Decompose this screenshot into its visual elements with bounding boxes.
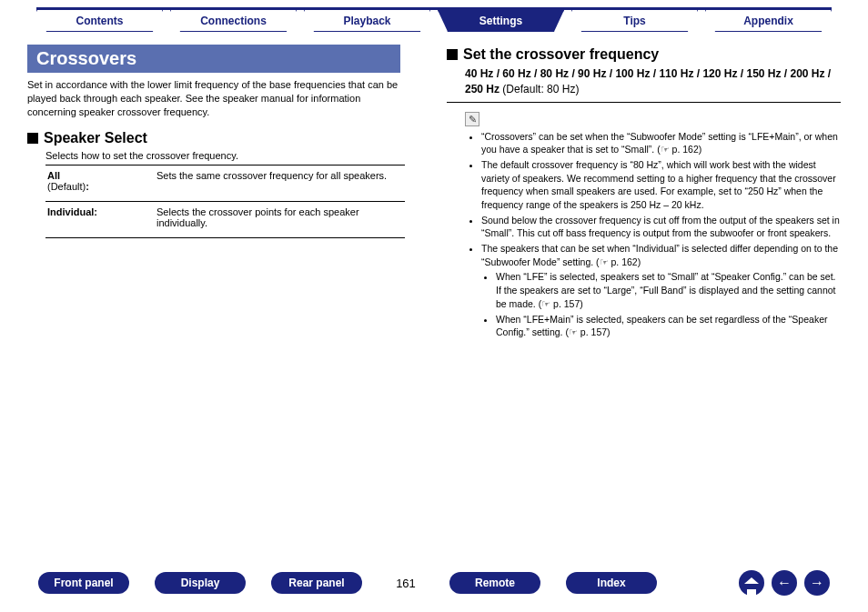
bullet-square-icon [447,49,458,60]
next-page-icon[interactable]: → [804,570,830,596]
row-val: Selects the crossover points for each sp… [155,201,405,237]
section-sub: Selects how to set the crossover frequen… [27,148,421,165]
footer-display[interactable]: Display [155,572,246,594]
section-speaker-select: Speaker Select [27,130,421,146]
note-item: Sound below the crossover frequency is c… [481,214,841,240]
footer-index[interactable]: Index [566,572,657,594]
row-val: Sets the same crossover frequency for al… [155,165,405,201]
tab-tips[interactable]: Tips [571,10,698,32]
row-key-strong: All [47,170,60,181]
table-row: Individual: Selects the crossover points… [45,201,405,237]
content-columns: Crossovers Set in accordance with the lo… [27,37,841,343]
section-heading: Speaker Select [44,130,147,146]
left-column: Crossovers Set in accordance with the lo… [27,45,421,343]
wrench-icon: ✎ [465,112,479,126]
row-key-suffix: : [86,181,89,192]
subnote-item: When “LFE+Main” is selected, speakers ca… [496,313,841,339]
freq-default: (Default: 80 Hz) [500,83,579,95]
note-item: “Crossovers” can be set when the “Subwoo… [481,130,841,156]
tab-settings[interactable]: Settings [438,10,564,32]
tab-appendix[interactable]: Appendix [705,10,832,32]
note-item-text: The speakers that can be set when “Indiv… [481,243,838,267]
section-crossover-freq: Set the crossover frequency [447,46,841,63]
tab-playback[interactable]: Playback [304,10,430,32]
intro-text: Set in accordance with the lower limit f… [27,76,400,128]
subnote-item: When “LFE” is selected, speakers set to … [496,270,841,310]
nav-icon-group: ← → [739,570,830,596]
tab-connections[interactable]: Connections [170,10,297,32]
row-key-strong: Individual: [47,206,97,217]
notes-list: “Crossovers” can be set when the “Subwoo… [447,130,841,339]
page-number: 161 [388,577,424,590]
note-item: The speakers that can be set when “Indiv… [481,242,841,339]
page-title: Crossovers [27,45,400,73]
top-nav: Contents Connections Playback Settings T… [36,7,832,32]
tab-contents[interactable]: Contents [36,10,163,32]
right-column: Set the crossover frequency 40 Hz / 60 H… [447,45,841,343]
section-heading: Set the crossover frequency [463,46,659,63]
frequency-options: 40 Hz / 60 Hz / 80 Hz / 90 Hz / 100 Hz /… [447,66,841,103]
table-row: All (Default): Sets the same crossover f… [45,165,405,201]
speaker-select-table: All (Default): Sets the same crossover f… [45,165,405,238]
row-key-rest: (Default) [47,181,86,192]
home-icon[interactable] [739,570,764,596]
footer-nav: Front panel Display Rear panel 161 Remot… [38,570,830,596]
footer-rear-panel[interactable]: Rear panel [271,572,362,594]
footer-front-panel[interactable]: Front panel [38,572,129,594]
manual-page: Contents Connections Playback Settings T… [0,0,868,612]
prev-page-icon[interactable]: ← [772,570,797,596]
footer-remote[interactable]: Remote [449,572,540,594]
bullet-square-icon [27,133,38,144]
note-item: The default crossover frequency is “80 H… [481,158,841,212]
